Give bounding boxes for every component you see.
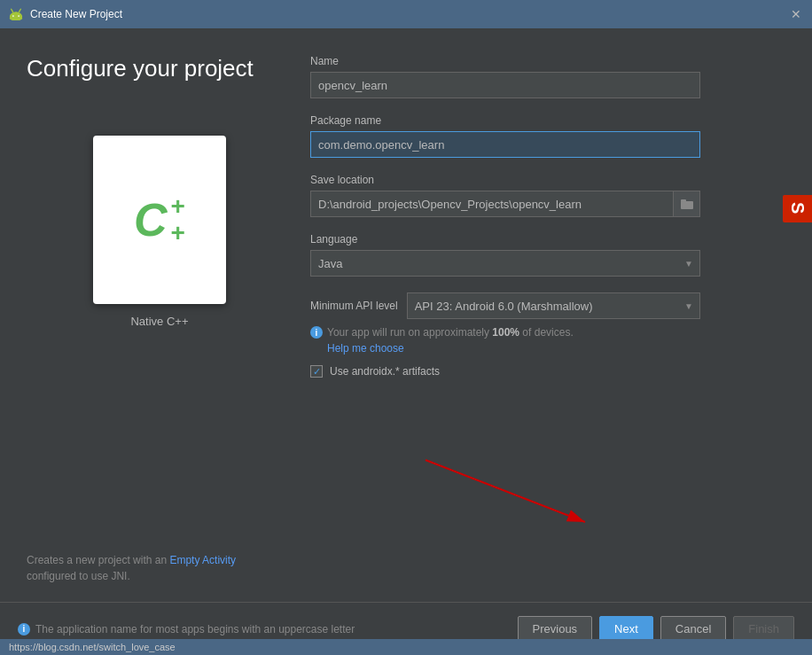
- name-input[interactable]: [310, 72, 700, 98]
- previous-button[interactable]: Previous: [518, 616, 593, 643]
- button-group: Previous Next Cancel Finish: [518, 616, 794, 643]
- package-label: Package name: [310, 114, 785, 127]
- url-bar: https://blog.csdn.net/switch_love_case: [0, 639, 812, 655]
- description-line1: Creates a new project with an: [27, 554, 167, 566]
- api-info-prefix: Your app will run on approximately: [327, 326, 492, 339]
- language-select-wrapper: Java Kotlin: [310, 250, 700, 277]
- description-text: Creates a new project with an Empty Acti…: [27, 552, 293, 584]
- title-bar-text: Create New Project: [30, 8, 789, 20]
- name-group: Name: [310, 55, 785, 98]
- android-logo-icon: [9, 7, 23, 21]
- package-input[interactable]: [310, 131, 700, 158]
- min-api-label: Minimum API level: [310, 300, 398, 312]
- cpp-plus-signs: + +: [171, 194, 185, 246]
- svg-rect-6: [681, 201, 693, 209]
- artifacts-checkbox-row: Use androidx.* artifacts: [310, 365, 785, 378]
- save-location-input[interactable]: [310, 191, 674, 217]
- empty-activity-link[interactable]: Empty Activity: [169, 554, 236, 566]
- api-info-suffix: of devices.: [519, 326, 574, 339]
- cpp-plus-1: +: [171, 194, 185, 219]
- bottom-info-icon: i: [18, 623, 30, 636]
- cpp-logo: C + +: [134, 193, 185, 246]
- help-me-choose-link[interactable]: Help me choose: [327, 342, 785, 355]
- close-button[interactable]: ✕: [789, 7, 803, 21]
- svg-line-4: [20, 9, 21, 12]
- api-info-percent: 100%: [492, 326, 519, 339]
- bottom-info: i The application name for most apps beg…: [18, 623, 518, 636]
- project-type-label: Native C++: [130, 315, 188, 328]
- svg-rect-5: [10, 17, 22, 20]
- description-line2: configured to use JNI.: [27, 570, 130, 582]
- left-panel: Configure your project C + + Native C++ …: [0, 28, 310, 602]
- browse-folder-button[interactable]: [674, 191, 700, 217]
- title-bar: Create New Project ✕: [0, 0, 812, 28]
- package-group: Package name: [310, 114, 785, 158]
- svg-rect-7: [681, 199, 686, 202]
- right-panel: Name Package name Save location: [310, 28, 812, 602]
- info-icon: i: [310, 326, 323, 339]
- main-content: Configure your project C + + Native C++ …: [0, 28, 812, 602]
- next-button[interactable]: Next: [599, 616, 653, 643]
- artifacts-checkbox-label: Use androidx.* artifacts: [330, 365, 440, 378]
- cpp-plus-2: +: [171, 221, 185, 246]
- project-icon-box: C + +: [93, 136, 226, 304]
- api-info-row: i Your app will run on approximately 100…: [310, 326, 700, 339]
- save-location-input-row: [310, 191, 700, 217]
- project-icon-container: C + + Native C++: [27, 136, 293, 328]
- cancel-button[interactable]: Cancel: [660, 616, 726, 643]
- name-label: Name: [310, 55, 785, 67]
- api-select-wrapper: API 23: Android 6.0 (Marshmallow) API 21…: [407, 292, 700, 319]
- watermark-badge: S: [783, 195, 812, 222]
- save-location-label: Save location: [310, 174, 785, 186]
- artifacts-checkbox[interactable]: [310, 365, 323, 378]
- bottom-info-text: The application name for most apps begin…: [35, 623, 355, 636]
- language-group: Language Java Kotlin: [310, 233, 785, 277]
- language-select[interactable]: Java Kotlin: [310, 250, 700, 277]
- url-text: https://blog.csdn.net/switch_love_case: [9, 642, 176, 652]
- language-label: Language: [310, 233, 785, 246]
- min-api-group: Minimum API level API 23: Android 6.0 (M…: [310, 292, 785, 378]
- page-title: Configure your project: [27, 55, 293, 82]
- window: Create New Project ✕ Configure your proj…: [0, 0, 812, 655]
- cpp-c-letter: C: [134, 193, 168, 246]
- api-level-row: Minimum API level API 23: Android 6.0 (M…: [310, 292, 700, 319]
- save-location-group: Save location: [310, 174, 785, 217]
- api-select[interactable]: API 23: Android 6.0 (Marshmallow) API 21…: [407, 292, 700, 319]
- finish-button[interactable]: Finish: [733, 616, 794, 643]
- svg-line-3: [12, 9, 13, 12]
- api-info-text: Your app will run on approximately 100% …: [327, 326, 574, 339]
